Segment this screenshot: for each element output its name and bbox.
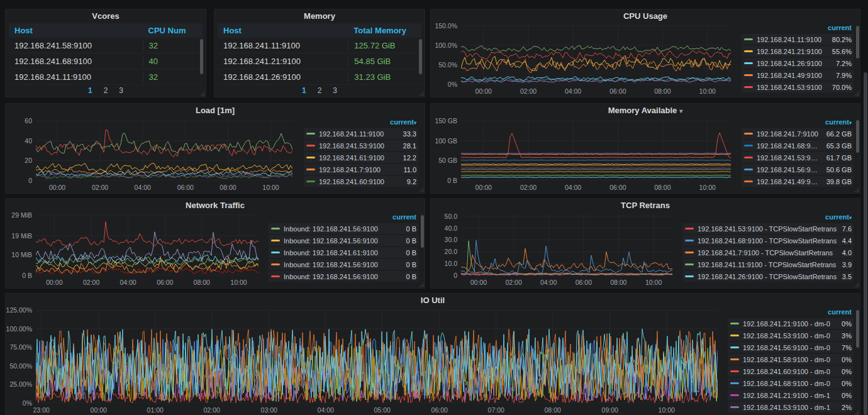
legend-label[interactable]: 192.168.241.21:9100 - dm-1 [743, 392, 837, 399]
legend-label[interactable]: Inbound: 192.168.241.56:9100 [284, 237, 401, 245]
legend-label[interactable]: 192.168.241.7:9100 [757, 130, 821, 138]
legend-label[interactable]: 192.168.241.56:9100 [757, 166, 821, 174]
series-color-icon[interactable] [730, 335, 739, 336]
legend-label[interactable]: 192.168.241.7:9100 [319, 166, 398, 174]
series-color-icon[interactable] [306, 145, 315, 147]
legend-label[interactable]: 192.168.241.49:9100 [757, 178, 821, 185]
legend-label[interactable]: 192.168.241.53:9100 - TCPSlowStartRetran… [698, 225, 837, 233]
panel-resize-handle[interactable] [854, 410, 859, 415]
series-color-icon[interactable] [685, 240, 694, 241]
legend-scrollbar[interactable] [421, 215, 424, 248]
series-color-icon[interactable] [730, 358, 739, 360]
legend-row[interactable]: 192.168.241.21:9100 - dm-00% [728, 318, 854, 329]
legend-label[interactable]: 192.168.241.68:9100 [757, 142, 821, 150]
panel-title[interactable]: Memory Available▾ [431, 104, 860, 116]
legend-label[interactable]: 192.168.241.21:9100 - dm-0 [743, 320, 837, 328]
legend-label[interactable]: Inbound: 192.168.241.56:9100 [284, 273, 401, 280]
legend-row[interactable]: 192.168.241.56:910050.6 GB [742, 164, 854, 175]
panel-title[interactable]: Vcores [6, 9, 206, 22]
series-color-icon[interactable] [730, 370, 739, 372]
legend-row[interactable]: Inbound: 192.168.241.56:91000 B [269, 223, 418, 234]
legend-sort-header[interactable]: current [728, 308, 854, 318]
page-button-1[interactable]: 1 [302, 86, 306, 95]
legend-row[interactable]: 192.168.241.26:91007.2% [742, 58, 854, 69]
series-color-icon[interactable] [306, 133, 315, 135]
series-color-icon[interactable] [744, 86, 753, 88]
series-color-icon[interactable] [744, 62, 753, 64]
series-color-icon[interactable] [744, 169, 753, 170]
series-color-icon[interactable] [271, 228, 280, 230]
panel-title[interactable]: CPU Usage [431, 9, 860, 22]
panel-resize-handle[interactable] [419, 282, 424, 287]
legend-label[interactable]: 192.168.241.56:9100 - dm-0 [743, 344, 837, 351]
panel-title[interactable]: IO Util [6, 294, 860, 306]
chart-canvas[interactable] [36, 214, 259, 275]
panel-resize-handle[interactable] [854, 187, 859, 192]
legend-sort-header[interactable]: current▾ [304, 118, 418, 128]
page-button-3[interactable]: 3 [119, 86, 123, 95]
legend-label[interactable]: 192.168.241.61:9100 [319, 154, 398, 162]
column-header-host[interactable]: Host [9, 26, 143, 35]
series-color-icon[interactable] [744, 38, 753, 40]
legend-sort-header[interactable]: current [742, 24, 854, 34]
legend-row[interactable]: 192.168.241.26:9100 - TCPSlowStartRetran… [682, 271, 854, 282]
series-color-icon[interactable] [744, 74, 753, 76]
series-color-icon[interactable] [730, 346, 739, 348]
legend-label[interactable]: Inbound: 192.168.241.56:9100 [284, 225, 401, 233]
legend-row[interactable]: 192.168.241.53:910061.7 GB [742, 152, 854, 163]
series-color-icon[interactable] [744, 180, 753, 182]
series-color-icon[interactable] [744, 145, 753, 147]
legend-label[interactable]: 192.168.241.58:9100 - dm-0 [743, 356, 837, 363]
legend-row[interactable]: Inbound: 192.168.241.56:91000 B [269, 235, 418, 246]
legend-row[interactable]: 192.168.241.7:910011.0 [304, 164, 418, 175]
legend-row[interactable]: 192.168.241.60:91009.2 [304, 176, 418, 187]
chart-plot[interactable] [461, 119, 732, 180]
series-color-icon[interactable] [685, 275, 694, 277]
legend-label[interactable]: Inbound: 192.168.241.56:9100 [284, 261, 401, 268]
legend-label[interactable]: 192.168.241.26:9100 - TCPSlowStartRetran… [698, 273, 837, 280]
legend-label[interactable]: 192.168.241.68:9100 - TCPSlowStartRetran… [698, 237, 837, 245]
legend-scrollbar[interactable] [856, 26, 859, 58]
legend-row[interactable]: 192.168.241.61:910012.2 [304, 152, 418, 163]
panel-resize-handle[interactable] [854, 282, 859, 287]
legend-row[interactable]: 192.168.241.7:910066.2 GB [742, 128, 854, 139]
chart-plot[interactable] [461, 214, 672, 275]
panel-title[interactable]: Load [1m] [6, 104, 425, 116]
chart-plot[interactable] [36, 119, 294, 180]
page-button-1[interactable]: 1 [88, 86, 92, 95]
legend-row[interactable]: 192.168.241.11:910080.2% [742, 34, 854, 45]
legend-row[interactable]: Inbound: 192.168.241.56:91000 B [269, 271, 418, 282]
legend-row[interactable]: 192.168.241.60:9100 - dm-00% [728, 366, 854, 377]
series-color-icon[interactable] [306, 180, 315, 182]
table-scrollbar[interactable] [419, 39, 422, 74]
legend-label[interactable]: 192.168.241.11:9100 [757, 36, 827, 43]
legend-sort-header[interactable]: current▾ [682, 213, 854, 223]
legend-label[interactable]: 192.168.241.53:9100 - dm-0 [743, 332, 837, 340]
series-color-icon[interactable] [271, 263, 280, 265]
page-button-3[interactable]: 3 [333, 86, 337, 95]
legend-row[interactable]: 192.168.241.21:9100 - dm-10% [728, 390, 854, 401]
series-color-icon[interactable] [730, 406, 739, 408]
legend-row[interactable]: 192.168.241.53:910028.1 [304, 140, 418, 151]
legend-label[interactable]: 192.168.241.26:9100 [757, 60, 831, 67]
panel-resize-handle[interactable] [854, 91, 859, 96]
legend-row[interactable]: 192.168.241.53:9100 - dm-03% [728, 330, 854, 341]
legend-label[interactable]: 192.168.241.53:9100 [757, 84, 827, 91]
legend-label[interactable]: 192.168.241.68:9100 - dm-0 [743, 380, 837, 387]
chart-canvas[interactable] [36, 309, 718, 403]
page-button-2[interactable]: 2 [318, 86, 322, 95]
panel-title[interactable]: Network Traffic [6, 199, 425, 211]
series-color-icon[interactable] [306, 157, 315, 158]
series-color-icon[interactable] [730, 394, 739, 396]
series-color-icon[interactable] [744, 157, 753, 158]
page-button-2[interactable]: 2 [104, 86, 108, 95]
series-color-icon[interactable] [730, 382, 739, 384]
chart-plot[interactable] [461, 25, 732, 84]
legend-row[interactable]: 192.168.241.11:910033.3 [304, 128, 418, 139]
column-header-host[interactable]: Host [218, 26, 348, 35]
table-scrollbar[interactable] [200, 39, 203, 74]
chart-plot[interactable] [36, 214, 259, 275]
legend-sort-header[interactable]: current [269, 213, 418, 223]
series-color-icon[interactable] [306, 169, 315, 170]
legend-label[interactable]: 192.168.241.11:9100 - TCPSlowStartRetran… [698, 261, 837, 268]
